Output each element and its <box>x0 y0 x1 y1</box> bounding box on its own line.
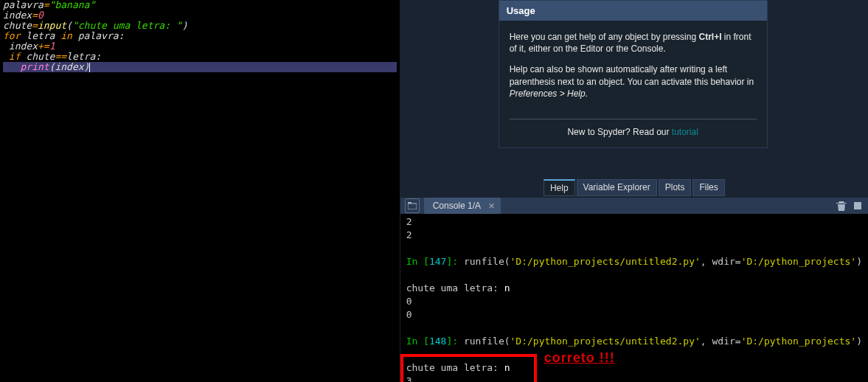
panel-tabs: Help Variable Explorer Plots Files <box>400 179 868 198</box>
console-line: 2 <box>406 229 862 242</box>
svg-rect-2 <box>854 202 861 209</box>
svg-rect-0 <box>408 204 417 209</box>
usage-body: Here you can get help of any object by p… <box>499 21 767 116</box>
annotation-text: correto !!! <box>544 351 615 364</box>
stop-icon[interactable] <box>852 200 864 212</box>
console-line: chute uma letra: n <box>406 361 862 375</box>
console-line: chute uma letra: n <box>406 282 862 295</box>
tab-plots[interactable]: Plots <box>659 179 692 196</box>
usage-p2: Help can also be shown automatically aft… <box>510 63 757 100</box>
console-line <box>406 268 862 282</box>
console-line: 0 <box>406 308 862 322</box>
help-panel: Usage Here you can get help of any objec… <box>400 0 868 198</box>
svg-rect-1 <box>408 202 412 204</box>
right-pane: Usage Here you can get help of any objec… <box>400 0 868 382</box>
usage-title: Usage <box>499 1 767 21</box>
code-line[interactable]: index=0 <box>3 10 397 21</box>
code-line[interactable]: index+=1 <box>3 41 397 52</box>
console-line: 0 <box>406 295 862 308</box>
console-output[interactable]: correto !!! 22 In [147]: runfile('D:/pyt… <box>400 214 868 382</box>
console-line <box>406 242 862 255</box>
console-line: In [147]: runfile('D:/python_projects/un… <box>406 255 862 268</box>
console-line: 3 <box>406 375 862 382</box>
console-line <box>406 322 862 335</box>
console-line: In [148]: runfile('D:/python_projects/un… <box>406 335 862 348</box>
code-editor-pane[interactable]: palavra="banana"index=0chute=input("chut… <box>0 0 400 382</box>
console-toolbar: Console 1/A ✕ <box>400 198 868 214</box>
code-area[interactable]: palavra="banana"index=0chute=input("chut… <box>0 0 400 72</box>
usage-box: Usage Here you can get help of any objec… <box>499 0 768 148</box>
close-icon[interactable]: ✕ <box>488 201 495 211</box>
tab-help[interactable]: Help <box>544 179 575 196</box>
code-line[interactable]: if chute==letra: <box>3 52 397 62</box>
console-line: 2 <box>406 215 862 229</box>
browse-tabs-icon[interactable] <box>405 198 420 213</box>
console-line <box>406 348 862 361</box>
code-line[interactable]: chute=input("chute uma letra: ") <box>3 21 397 31</box>
tutorial-link[interactable]: tutorial <box>672 127 698 137</box>
tab-files[interactable]: Files <box>692 179 724 196</box>
code-line[interactable]: for letra in palavra: <box>3 31 397 41</box>
code-line[interactable]: palavra="banana" <box>3 0 397 10</box>
usage-footer: New to Spyder? Read our tutorial <box>499 119 767 147</box>
tab-variable-explorer[interactable]: Variable Explorer <box>577 179 657 196</box>
usage-p1: Here you can get help of any object by p… <box>510 31 757 55</box>
trash-icon[interactable] <box>836 200 847 212</box>
code-line[interactable]: print(index) <box>3 62 397 72</box>
console-tab-label: Console 1/A <box>433 201 481 211</box>
console-tab[interactable]: Console 1/A ✕ <box>424 198 501 214</box>
